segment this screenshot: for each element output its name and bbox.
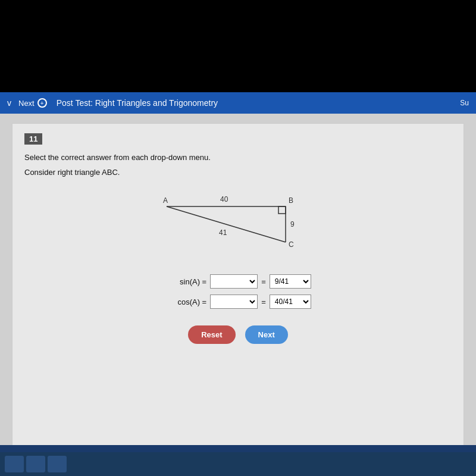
svg-text:B: B [289, 196, 293, 205]
nav-right-label: Su [460, 99, 469, 107]
equations-area: sin(A) = 9/41 40/41 9/40 40/9 = 9/41 40/… [24, 274, 452, 309]
nav-next-button[interactable]: Next + [18, 98, 47, 108]
reset-button[interactable]: Reset [188, 325, 235, 344]
nav-next-label: Next [18, 99, 35, 108]
svg-text:41: 41 [219, 228, 227, 237]
cos-equation-row: cos(A) = 40/41 9/41 40/9 9/40 = 40/41 9/… [165, 295, 311, 309]
taskbar-item-3[interactable] [48, 456, 67, 472]
svg-text:A: A [163, 196, 168, 205]
cos-equals: = [261, 298, 266, 306]
svg-rect-3 [278, 206, 286, 214]
buttons-area: Reset Next [24, 325, 452, 344]
svg-text:C: C [289, 240, 294, 249]
top-black-area [0, 0, 476, 92]
cos-label: cos(A) = [165, 298, 206, 306]
next-button[interactable]: Next [245, 325, 288, 344]
svg-line-2 [167, 206, 286, 242]
triangle-diagram: A B C 40 9 41 [24, 189, 452, 260]
instruction-text: Select the correct answer from each drop… [24, 153, 452, 162]
taskbar-item-2[interactable] [26, 456, 45, 472]
sin-label: sin(A) = [165, 277, 206, 286]
cos-dropdown[interactable]: 40/41 9/41 40/9 9/40 [210, 295, 258, 309]
question-card: 11 Select the correct answer from each d… [12, 123, 464, 456]
svg-text:9: 9 [290, 220, 295, 228]
main-content-area: 11 Select the correct answer from each d… [0, 114, 476, 476]
bottom-status-bar [0, 445, 476, 452]
sin-value-select[interactable]: 9/41 40/41 9/40 [270, 274, 311, 289]
cos-value-select[interactable]: 40/41 9/41 40/9 [270, 295, 311, 309]
taskbar-item-1[interactable] [5, 456, 24, 472]
nav-chevron-icon: v [7, 98, 11, 108]
taskbar [0, 452, 476, 476]
consider-text: Consider right triangle ABC. [24, 168, 452, 177]
sin-equation-row: sin(A) = 9/41 40/41 9/40 40/9 = 9/41 40/… [165, 274, 311, 289]
navigation-bar: v Next + Post Test: Right Triangles and … [0, 92, 476, 114]
sin-equals: = [261, 277, 266, 286]
question-number: 11 [24, 133, 42, 145]
svg-text:40: 40 [220, 195, 228, 203]
sin-dropdown[interactable]: 9/41 40/41 9/40 40/9 [210, 274, 258, 289]
nav-title: Post Test: Right Triangles and Trigonome… [57, 98, 218, 108]
nav-next-circle-icon: + [37, 98, 47, 108]
triangle-svg: A B C 40 9 41 [149, 189, 327, 260]
